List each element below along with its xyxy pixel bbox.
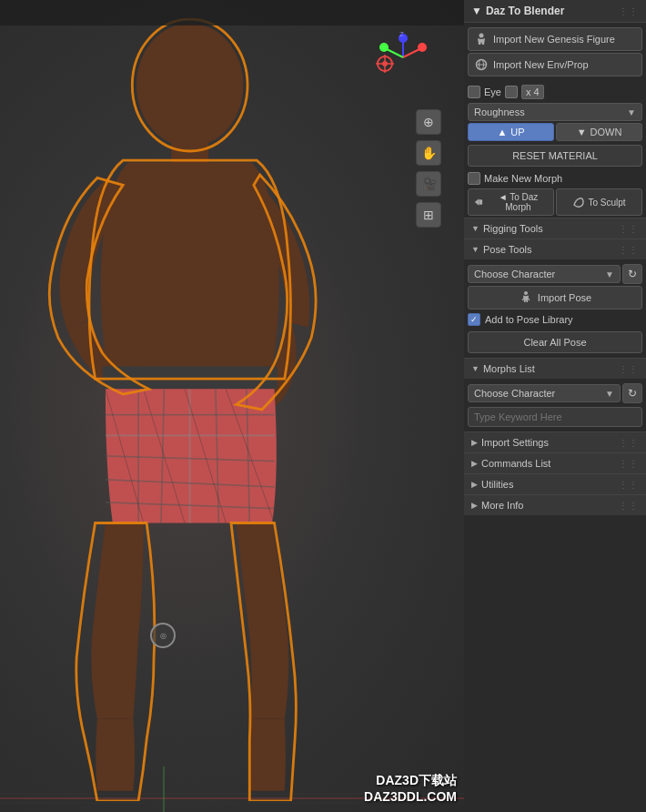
figure-icon [474,32,489,46]
utilities-icon: ▶ [471,480,478,489]
refresh-morph-icon: ↻ [628,387,637,400]
add-tool-icon[interactable]: ⊕ [416,109,441,135]
import-settings-icon: ▶ [471,438,478,447]
refresh-character-morph-button[interactable]: ↻ [622,383,642,403]
reset-material-button[interactable]: RESET MATERIAL [468,145,642,167]
svg-point-35 [479,34,484,38]
eye-checkbox[interactable] [468,86,480,98]
refresh-icon: ↻ [628,268,637,280]
choose-character-morph-row: Choose Character ▼ ↻ [468,383,642,403]
down-arrow-icon: ▼ [577,127,587,137]
rigging-tools-header[interactable]: ▼ Rigging Tools ⋮⋮ [464,218,646,239]
viewport-side-toolbar: ⊕ ✋ 🎥 ⊞ [416,109,441,228]
add-to-pose-library-checkbox[interactable]: ✓ [468,313,480,326]
character-figure [0,18,419,801]
pose-drag-dots: ⋮⋮ [619,245,639,255]
choose-character-pose-row: Choose Character ▼ ↻ [468,264,642,284]
import-pose-button[interactable]: Import Pose [468,286,642,310]
char-morph-dropdown-arrow: ▼ [605,389,614,399]
svg-point-4 [136,24,244,147]
up-button[interactable]: ▲ UP [468,123,554,141]
eye-row: Eye x 4 [464,83,646,101]
commands-list-dots: ⋮⋮ [619,459,639,469]
up-arrow-icon: ▲ [497,127,507,137]
choose-character-morph-dropdown[interactable]: Choose Character ▼ [468,384,621,402]
import-section: Import New Genesis Figure Import New Env… [464,23,646,81]
svg-rect-40 [479,199,482,205]
svg-point-41 [524,291,528,295]
char-dropdown-arrow: ▼ [605,269,614,279]
utilities-header[interactable]: ▶ Utilities ⋮⋮ [464,473,646,494]
panel-drag-handle: ⋮⋮ [619,6,639,16]
3d-viewport[interactable]: ⊕ ✋ 🎥 ⊞ Z ◎ DAZ3D下载站 DAZ3DDL.COM [0,0,464,812]
watermark: DAZ3D下载站 DAZ3DDL.COM [364,772,457,805]
transform-widget [371,50,399,77]
pose-tools-header[interactable]: ▼ Pose Tools ⋮⋮ [464,239,646,259]
morphs-collapse-icon: ▼ [471,364,479,373]
pose-figure-icon [519,290,533,305]
morphs-drag-dots: ⋮⋮ [619,364,639,374]
make-morph-row: Make New Morph [464,170,646,187]
svg-text:Z: Z [399,32,404,38]
sculpt-icon [572,196,585,208]
utilities-dots: ⋮⋮ [619,480,639,490]
choose-character-pose-dropdown[interactable]: Choose Character ▼ [468,265,621,283]
roughness-dropdown[interactable]: Roughness ▼ [468,103,642,121]
panel-collapse-arrow[interactable]: ▼ [471,5,482,17]
grid-tool-icon[interactable]: ⊞ [416,202,441,228]
rigging-collapse-icon: ▼ [471,224,479,233]
sculpt-row: ◄ To Daz Morph To Sculpt [468,188,642,216]
clear-all-pose-button[interactable]: Clear All Pose [468,331,642,353]
pose-tools-content: Choose Character ▼ ↻ Import Pose ✓ Add t… [464,259,646,358]
more-info-dots: ⋮⋮ [619,501,639,511]
import-genesis-button[interactable]: Import New Genesis Figure [468,27,642,51]
globe-icon [474,57,489,72]
camera-tool-icon[interactable]: 🎥 [416,171,441,197]
import-settings-header[interactable]: ▶ Import Settings ⋮⋮ [464,431,646,452]
up-down-row: ▲ UP ▼ DOWN [468,123,642,141]
grab-tool-icon[interactable]: ✋ [416,140,441,166]
morphs-list-header[interactable]: ▼ Morphs List ⋮⋮ [464,358,646,379]
refresh-character-pose-button[interactable]: ↻ [622,264,642,284]
rigging-drag-dots: ⋮⋮ [619,224,639,234]
navigation-widget[interactable]: ◎ [150,623,176,648]
eye-checkbox-2[interactable] [505,86,518,98]
to-sculpt-button[interactable]: To Sculpt [556,188,642,216]
keyword-search-input[interactable] [468,407,642,427]
viewport-topbar [0,0,464,25]
right-panel: ▼ Daz To Blender ⋮⋮ Import New Genesis F… [464,0,646,812]
add-to-pose-library-row: ✓ Add to Pose Library [464,311,646,328]
svg-marker-39 [475,198,479,205]
more-info-icon: ▶ [471,501,478,510]
panel-header: ▼ Daz To Blender ⋮⋮ [464,0,646,23]
commands-list-header[interactable]: ▶ Commands List ⋮⋮ [464,452,646,473]
commands-list-icon: ▶ [471,459,478,468]
down-button[interactable]: ▼ DOWN [556,123,642,141]
more-info-header[interactable]: ▶ More Info ⋮⋮ [464,494,646,515]
panel-title: ▼ Daz To Blender [471,5,564,17]
import-env-button[interactable]: Import New Env/Prop [468,53,642,76]
svg-point-28 [418,43,427,52]
to-daz-morph-button[interactable]: ◄ To Daz Morph [468,188,554,216]
morphs-list-content: Choose Character ▼ ↻ [464,379,646,431]
import-settings-dots: ⋮⋮ [619,438,639,448]
morph-icon [472,196,484,208]
dropdown-arrow: ▼ [627,107,636,117]
pose-collapse-icon: ▼ [471,245,479,254]
make-morph-checkbox[interactable] [468,172,480,185]
